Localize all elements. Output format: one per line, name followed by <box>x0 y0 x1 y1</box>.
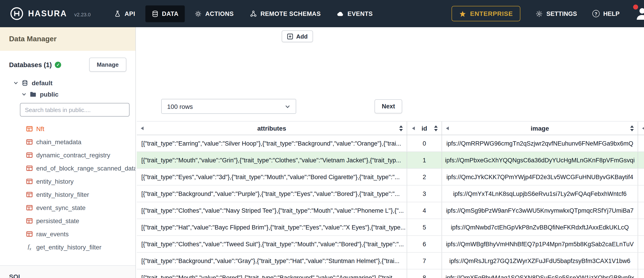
sidebar-item-dynamic-contract-registry[interactable]: dynamic_contract_registry <box>0 148 136 162</box>
cell-attributes[interactable]: [{"trait_type":"Clothes","value":"Tweed … <box>137 236 407 252</box>
sidebar-item-nft[interactable]: Nft <box>0 122 136 135</box>
table-name: chain_metadata <box>36 138 81 145</box>
cell-image[interactable]: ipfs://QmSg9bPzW9anFYc3wWU5KnvymwkxQTpmq… <box>442 202 638 219</box>
databases-count: Databases (1) <box>9 61 52 68</box>
settings-button[interactable]: SETTINGS <box>536 10 577 17</box>
table-row[interactable]: [{"trait_type":"Clothes","value":"Tweed … <box>137 236 644 253</box>
nav-item-data[interactable]: DATA <box>145 5 185 22</box>
add-row-button[interactable]: Add <box>282 30 313 42</box>
cell-image[interactable]: ipfs://QmcJYkCKK7QPmYWjp4FD2e3Lv5WCGFuHN… <box>442 169 638 185</box>
cell-id[interactable]: 3 <box>407 186 442 202</box>
collapse-column-icon[interactable] <box>412 126 415 130</box>
column-header-attributes[interactable]: attributes <box>137 121 407 135</box>
cell-id[interactable]: 1 <box>407 152 442 168</box>
sidebar-title: Data Manager <box>0 27 136 51</box>
tree-node-schema[interactable]: public <box>22 91 136 98</box>
table-row[interactable]: [{"trait_type":"Background","value":"Gra… <box>137 253 644 269</box>
cell-attributes[interactable]: [{"trait_type":"Hat","value":"Bayc Flipp… <box>137 219 407 235</box>
collapse-column-icon[interactable] <box>140 126 144 130</box>
cell-image[interactable]: ipfs://QmWBgfBhyVmHNhBfEQ7p1P4Mpn7pm5b8K… <box>442 236 638 252</box>
table-row[interactable]: [{"trait_type":"Mouth","value":"Bored"},… <box>137 269 644 278</box>
table-row[interactable]: [{"trait_type":"Background","value":"Pur… <box>137 186 644 202</box>
database-icon <box>152 10 158 17</box>
cell-cutoff <box>638 186 644 202</box>
cell-image[interactable]: ipfs://QmNwbd7ctEhGpVkP8nZvBBQfiNeFKRdxf… <box>442 219 638 235</box>
cell-image[interactable]: ipfs://QmYxT4LnK8sqLupjbS6eRvu1si7Ly2wFQ… <box>442 186 638 202</box>
cell-id[interactable]: 0 <box>407 135 442 152</box>
nav-item-api[interactable]: API <box>108 5 142 22</box>
nav-item-remote-schemas[interactable]: REMOTE SCHEMAS <box>244 5 327 22</box>
sidebar-item-chain-metadata[interactable]: chain_metadata <box>0 135 136 148</box>
column-header-cutoff[interactable] <box>638 121 644 135</box>
column-label: attributes <box>257 124 286 132</box>
nav-item-label: ACTIONS <box>205 10 234 17</box>
user-avatar[interactable] <box>634 6 644 22</box>
cell-id[interactable]: 5 <box>407 219 442 235</box>
cell-attributes[interactable]: [{"trait_type":"Background","value":"Pur… <box>137 186 407 202</box>
cell-id[interactable]: 2 <box>407 169 442 185</box>
sidebar-item-get-entity-history-filter[interactable]: fx get_entity_history_filter <box>0 240 136 253</box>
cell-image[interactable]: ipfs://QmRsJLrg27GQ1ZWyrXZFuJFdU5bapfzsy… <box>442 253 638 269</box>
table-name: Nft <box>36 125 44 132</box>
database-small-icon <box>22 80 28 86</box>
column-header-id[interactable]: id <box>407 121 442 135</box>
sidebar-item-end-of-block-range-scanned-data[interactable]: end_of_block_range_scanned_data <box>0 162 136 175</box>
table-row[interactable]: [{"trait_type":"Hat","value":"Bayc Flipp… <box>137 219 644 236</box>
cell-image[interactable]: ipfs://QmPbxeGcXhYQQNgsC6a36dDyYUcHgMLnG… <box>442 152 638 168</box>
cell-id[interactable]: 6 <box>407 236 442 252</box>
cell-id[interactable]: 7 <box>407 253 442 269</box>
enterprise-button[interactable]: ENTERPRISE <box>452 6 520 21</box>
table-name: persisted_state <box>36 217 79 224</box>
table-row[interactable]: [{"trait_type":"Clothes","value":"Navy S… <box>137 202 644 219</box>
star-icon <box>459 10 466 17</box>
cell-attributes[interactable]: [{"trait_type":"Mouth","value":"Grin"},{… <box>137 152 407 168</box>
cell-attributes[interactable]: [{"trait_type":"Eyes","value":"3d"},{"tr… <box>137 169 407 185</box>
sidebar-item-sql[interactable]: SQL <box>9 273 22 278</box>
nav-item-events[interactable]: EVENTS <box>331 5 379 22</box>
cell-image[interactable]: ipfs://QmXEqPbvM4aq1SQSXN8DSuEcSo5SseYW1… <box>442 269 638 278</box>
collapse-column-icon[interactable] <box>446 126 449 130</box>
table-name: get_entity_history_filter <box>36 243 102 250</box>
add-label: Add <box>296 33 308 40</box>
databases-row: Databases (1) ✓ Manage <box>9 58 126 72</box>
table-icon <box>26 139 32 145</box>
rows-per-page-select[interactable]: 100 rows <box>161 99 296 114</box>
cell-attributes[interactable]: [{"trait_type":"Clothes","value":"Navy S… <box>137 202 407 219</box>
sidebar-item-entity-history-filter[interactable]: entity_history_filter <box>0 188 136 201</box>
table-row[interactable]: [{"trait_type":"Eyes","value":"3d"},{"tr… <box>137 169 644 186</box>
nav-item-actions[interactable]: ACTIONS <box>188 5 240 22</box>
sidebar-item-entity-history[interactable]: entity_history <box>0 175 136 188</box>
brand[interactable]: HASURA v2.23.0 <box>10 7 90 20</box>
hasura-logo-icon <box>10 7 24 20</box>
sort-icon[interactable] <box>434 125 438 131</box>
table-name: event_sync_state <box>36 204 86 211</box>
column-header-image[interactable]: image <box>442 121 638 135</box>
chevron-down-icon[interactable] <box>14 81 18 85</box>
help-button[interactable]: ? HELP <box>592 10 620 17</box>
sidebar-item-event-sync-state[interactable]: event_sync_state <box>0 201 136 214</box>
gear-icon <box>195 10 202 17</box>
sort-icon[interactable] <box>399 125 403 131</box>
cell-image[interactable]: ipfs://QmRRPWG96cmgTn2qSzjwr2qvfNEuhunv6… <box>442 135 638 152</box>
table-icon <box>26 231 32 236</box>
collapse-column-icon[interactable] <box>642 126 644 130</box>
tree-node-database[interactable]: default <box>14 79 136 87</box>
table-icon <box>26 205 32 210</box>
cell-id[interactable]: 8 <box>407 269 442 278</box>
sidebar: Data Manager Databases (1) ✓ Manage defa… <box>0 27 136 278</box>
check-circle-icon: ✓ <box>55 61 61 68</box>
sidebar-item-raw-events[interactable]: raw_events <box>0 227 136 240</box>
table-row-selected[interactable]: [{"trait_type":"Mouth","value":"Grin"},{… <box>137 152 644 169</box>
rows-select-value: 100 rows <box>167 103 193 110</box>
manage-button[interactable]: Manage <box>89 58 126 72</box>
table-row[interactable]: [{"trait_type":"Earring","value":"Silver… <box>137 135 644 152</box>
cell-attributes[interactable]: [{"trait_type":"Earring","value":"Silver… <box>137 135 407 152</box>
next-page-button[interactable]: Next <box>374 99 402 113</box>
search-tables-input[interactable] <box>20 103 130 116</box>
sort-icon[interactable] <box>630 125 634 131</box>
cell-attributes[interactable]: [{"trait_type":"Mouth","value":"Bored"},… <box>137 269 407 278</box>
sidebar-item-persisted-state[interactable]: persisted_state <box>0 214 136 227</box>
chevron-down-icon[interactable] <box>22 92 26 97</box>
cell-attributes[interactable]: [{"trait_type":"Background","value":"Gra… <box>137 253 407 269</box>
cell-id[interactable]: 4 <box>407 202 442 219</box>
